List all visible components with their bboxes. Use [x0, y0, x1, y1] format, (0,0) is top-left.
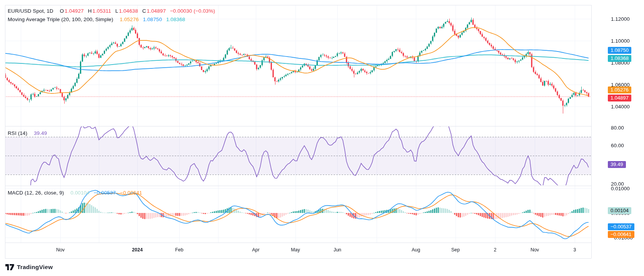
ma100-price-badge: 1.08750: [608, 47, 631, 54]
symbol-legend[interactable]: EUR/USD Spot, 1D O1.04927 H1.05311 L1.04…: [8, 8, 215, 14]
time-axis-label: 2024: [132, 247, 143, 253]
macd-hist-value: 0.00104: [70, 190, 90, 196]
time-axis-label: 2: [494, 247, 497, 253]
tradingview-logo-icon: [5, 264, 14, 270]
low-value: 1.04638: [119, 8, 138, 14]
time-axis-label: Aug: [412, 247, 420, 253]
symbol-title: EUR/USD Spot, 1D: [8, 8, 53, 14]
open-key: O: [60, 8, 64, 14]
high-value: 1.05311: [92, 8, 111, 14]
time-axis-label: Nov: [531, 247, 539, 253]
time-axis-label: Feb: [175, 247, 184, 253]
macd-signal-value: −0.00641: [120, 190, 142, 196]
low-key: L: [115, 8, 118, 14]
ma200-price-badge: 1.08368: [608, 55, 631, 62]
price-chart-plot[interactable]: [0, 0, 644, 276]
time-axis-label: May: [291, 247, 300, 253]
rsi-legend[interactable]: RSI (14) 39.49: [8, 130, 47, 136]
macd-signal-badge: −0.00641: [608, 231, 634, 238]
rsi-value: 39.49: [34, 130, 47, 136]
price-axis-label: 1.04000: [611, 104, 630, 110]
tradingview-chart: EUR/USD Spot, 1D O1.04927 H1.05311 L1.04…: [0, 0, 644, 276]
time-axis-label: 3: [574, 247, 576, 253]
last-price-badge: 1.04897: [608, 95, 631, 101]
macd-legend[interactable]: MACD (12, 26, close, 9) 0.00104 −0.00537…: [8, 190, 142, 196]
rsi-axis-label: 80.00: [611, 125, 624, 131]
high-key: H: [88, 8, 92, 14]
price-axis-label: 1.10000: [611, 38, 630, 44]
price-axis-label: 1.12000: [611, 16, 630, 22]
time-axis-label: Jun: [334, 247, 341, 253]
macd-hist-badge: 0.00104: [608, 207, 631, 214]
macd-title: MACD (12, 26, close, 9): [8, 190, 64, 196]
time-axis-label: Sep: [451, 247, 460, 253]
rsi-title: RSI (14): [8, 130, 27, 136]
ma20-price-badge: 1.05276: [608, 86, 631, 93]
close-value: 1.04897: [147, 8, 166, 14]
ma-title: Moving Average Triple (20, 100, 200, Sim…: [8, 17, 113, 22]
tradingview-attribution-link[interactable]: TradingView: [5, 264, 53, 271]
time-axis-label: Nov: [56, 247, 65, 253]
close-key: C: [142, 8, 146, 14]
ma-legend[interactable]: Moving Average Triple (20, 100, 200, Sim…: [8, 17, 185, 22]
open-value: 1.04927: [65, 8, 84, 14]
macd-line-value: −0.00537: [94, 190, 116, 196]
change-value: −0.00030 (−0.03%): [170, 8, 215, 14]
tradingview-brand-text: TradingView: [17, 264, 53, 271]
ma200-value: 1.08368: [166, 17, 185, 22]
time-axis-label: Apr: [252, 247, 259, 253]
macd-axis-label: 0.01000: [611, 186, 630, 191]
ma100-value: 1.08750: [143, 17, 162, 22]
rsi-axis-label: 60.00: [611, 143, 624, 148]
macd-line-badge: −0.00537: [608, 223, 634, 230]
rsi-value-badge: 39.49: [608, 161, 626, 168]
ma20-value: 1.05276: [120, 17, 139, 22]
